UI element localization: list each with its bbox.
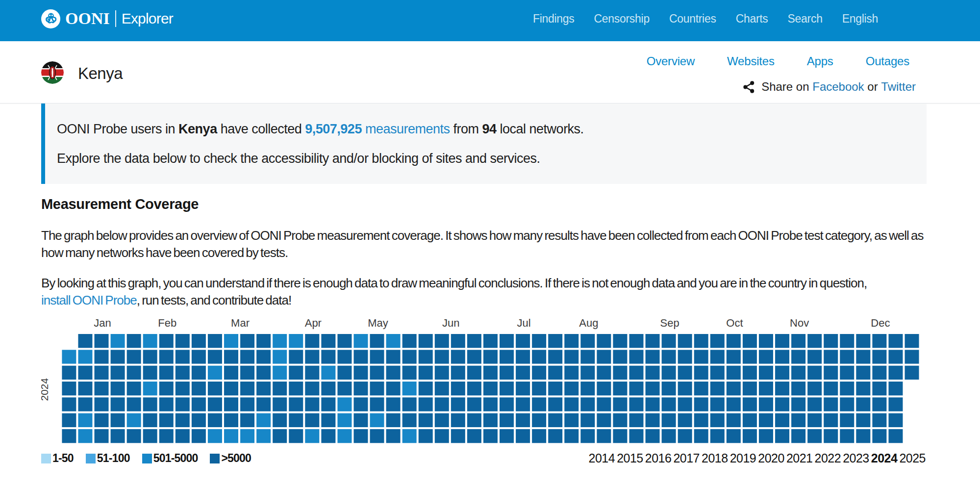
heatmap-cell[interactable] — [176, 397, 190, 411]
heatmap-cell[interactable] — [694, 350, 708, 363]
heatmap-cell[interactable] — [564, 413, 578, 427]
heatmap-cell[interactable] — [597, 413, 611, 427]
heatmap-cell[interactable] — [646, 397, 660, 411]
heatmap-cell[interactable] — [451, 350, 465, 363]
heatmap-cell[interactable] — [791, 382, 805, 395]
heatmap-cell[interactable] — [710, 397, 725, 411]
heatmap-cell[interactable] — [321, 397, 335, 411]
heatmap-cell[interactable] — [159, 350, 174, 363]
heatmap-cell[interactable] — [419, 397, 433, 411]
share-facebook-link[interactable]: Facebook — [812, 80, 864, 94]
heatmap-cell[interactable] — [467, 397, 481, 411]
heatmap-cell[interactable] — [402, 397, 417, 411]
heatmap-cell[interactable] — [159, 429, 174, 443]
heatmap-cell[interactable] — [467, 413, 481, 427]
heatmap-cell[interactable] — [807, 397, 822, 411]
heatmap-cell[interactable] — [580, 397, 595, 411]
heatmap-cell[interactable] — [256, 413, 271, 427]
heatmap-cell[interactable] — [759, 366, 773, 380]
heatmap-cell[interactable] — [386, 366, 401, 380]
heatmap-cell[interactable] — [273, 350, 287, 363]
heatmap-cell[interactable] — [483, 334, 498, 348]
heatmap-cell[interactable] — [532, 413, 546, 427]
heatmap-cell[interactable] — [289, 413, 303, 427]
heatmap-cell[interactable] — [224, 366, 238, 380]
heatmap-cell[interactable] — [386, 334, 401, 348]
heatmap-cell[interactable] — [824, 429, 838, 443]
topnav-search[interactable]: Search — [788, 12, 823, 26]
heatmap-cell[interactable] — [548, 350, 562, 363]
heatmap-cell[interactable] — [824, 366, 838, 380]
heatmap-cell[interactable] — [807, 334, 822, 348]
heatmap-cell[interactable] — [143, 429, 157, 443]
heatmap-cell[interactable] — [856, 382, 870, 395]
heatmap-cell[interactable] — [402, 382, 417, 395]
heatmap-cell[interactable] — [321, 429, 335, 443]
heatmap-cell[interactable] — [419, 429, 433, 443]
heatmap-cell[interactable] — [564, 382, 578, 395]
heatmap-cell[interactable] — [78, 429, 92, 443]
heatmap-cell[interactable] — [548, 429, 562, 443]
heatmap-cell[interactable] — [564, 334, 578, 348]
heatmap-cell[interactable] — [467, 350, 481, 363]
heatmap-cell[interactable] — [305, 334, 319, 348]
heatmap-cell[interactable] — [370, 382, 384, 395]
heatmap-cell[interactable] — [580, 382, 595, 395]
heatmap-cell[interactable] — [435, 397, 449, 411]
heatmap-cell[interactable] — [451, 334, 465, 348]
heatmap-cell[interactable] — [597, 334, 611, 348]
heatmap-cell[interactable] — [62, 413, 76, 427]
heatmap-cell[interactable] — [62, 429, 76, 443]
heatmap-cell[interactable] — [840, 366, 854, 380]
heatmap-cell[interactable] — [305, 397, 319, 411]
heatmap-cell[interactable] — [273, 413, 287, 427]
heatmap-cell[interactable] — [759, 429, 773, 443]
heatmap-cell[interactable] — [500, 397, 514, 411]
heatmap-cell[interactable] — [824, 397, 838, 411]
heatmap-cell[interactable] — [727, 429, 741, 443]
heatmap-cell[interactable] — [743, 334, 757, 348]
heatmap-cell[interactable] — [743, 413, 757, 427]
heatmap-cell[interactable] — [775, 429, 789, 443]
heatmap-cell[interactable] — [127, 413, 141, 427]
heatmap-cell[interactable] — [224, 429, 238, 443]
heatmap-cell[interactable] — [402, 429, 417, 443]
heatmap-cell[interactable] — [548, 413, 562, 427]
heatmap-cell[interactable] — [402, 413, 417, 427]
heatmap-cell[interactable] — [597, 366, 611, 380]
heatmap-cell[interactable] — [872, 382, 886, 395]
heatmap-cell[interactable] — [564, 397, 578, 411]
heatmap-cell[interactable] — [791, 413, 805, 427]
heatmap-cell[interactable] — [240, 366, 254, 380]
heatmap-cell[interactable] — [759, 382, 773, 395]
heatmap-cell[interactable] — [435, 429, 449, 443]
heatmap-cell[interactable] — [370, 413, 384, 427]
heatmap-cell[interactable] — [435, 366, 449, 380]
heatmap-cell[interactable] — [775, 334, 789, 348]
heatmap-cell[interactable] — [256, 366, 271, 380]
heatmap-cell[interactable] — [78, 334, 92, 348]
heatmap-cell[interactable] — [548, 397, 562, 411]
heatmap-cell[interactable] — [402, 334, 417, 348]
heatmap-cell[interactable] — [646, 413, 660, 427]
heatmap-cell[interactable] — [727, 334, 741, 348]
heatmap-cell[interactable] — [905, 366, 919, 380]
heatmap-cell[interactable] — [743, 350, 757, 363]
heatmap-cell[interactable] — [807, 429, 822, 443]
heatmap-cell[interactable] — [710, 382, 725, 395]
heatmap-cell[interactable] — [62, 382, 76, 395]
heatmap-cell[interactable] — [775, 382, 789, 395]
year-link-2025[interactable]: 2025 — [898, 451, 927, 465]
heatmap-cell[interactable] — [840, 429, 854, 443]
heatmap-cell[interactable] — [710, 334, 725, 348]
heatmap-cell[interactable] — [727, 397, 741, 411]
heatmap-cell[interactable] — [580, 350, 595, 363]
heatmap-cell[interactable] — [467, 382, 481, 395]
heatmap-cell[interactable] — [694, 397, 708, 411]
heatmap-cell[interactable] — [143, 382, 157, 395]
heatmap-cell[interactable] — [111, 366, 125, 380]
heatmap-cell[interactable] — [483, 429, 498, 443]
heatmap-cell[interactable] — [824, 382, 838, 395]
calendar-heatmap[interactable]: JanFebMarAprMayJunJulAugSepOctNovDec2024 — [41, 314, 927, 446]
heatmap-cell[interactable] — [710, 413, 725, 427]
